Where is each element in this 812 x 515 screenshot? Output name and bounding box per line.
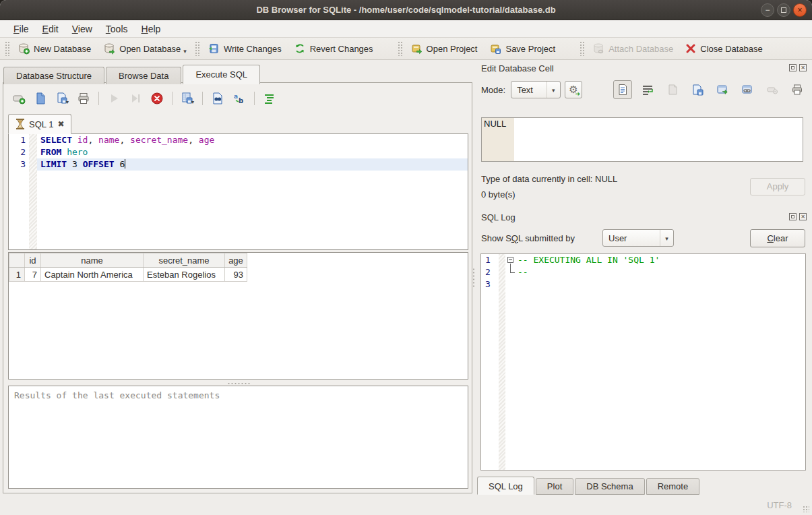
code-text: SELECT id, name, secret_name, age (37, 134, 468, 146)
sql-log-view[interactable]: 1-- EXECUTING ALL IN 'SQL 1'2--3 (480, 253, 806, 471)
menu-file[interactable]: File (7, 22, 36, 36)
toolbar-drag-handle[interactable] (398, 41, 402, 56)
float-panel-icon[interactable] (789, 64, 797, 71)
open-project-button[interactable]: Open Project (404, 40, 484, 57)
table-cell[interactable]: Captain North America (41, 268, 144, 282)
hourglass-icon (15, 119, 25, 129)
menu-edit[interactable]: Edit (36, 22, 65, 36)
close-database-icon (685, 43, 696, 54)
attach-database-icon (592, 42, 604, 55)
code-line[interactable]: 1SELECT id, name, secret_name, age (9, 134, 468, 146)
cell-type-info: Type of data currently in cell: NULL (481, 174, 617, 184)
code-text: LIMIT 3 OFFSET 6 (37, 158, 468, 171)
table-cell[interactable]: 7 (25, 268, 41, 282)
results-splitter[interactable] (8, 382, 468, 385)
table-cell[interactable]: Esteban Rogelios (144, 268, 225, 282)
log-line[interactable]: 3 (481, 278, 805, 291)
tab-plot[interactable]: Plot (536, 478, 573, 495)
clear-log-button[interactable]: Clear (750, 229, 805, 247)
find-button[interactable] (209, 90, 226, 107)
open-database-label: Open Database (119, 44, 181, 54)
tab-execute-sql[interactable]: Execute SQL (183, 65, 260, 84)
svg-text:b: b (239, 97, 243, 104)
log-filter-select[interactable]: User ▾ (602, 229, 674, 247)
close-button[interactable]: × (793, 3, 807, 17)
fold-collapse-icon[interactable] (507, 257, 513, 263)
close-panel-icon[interactable]: ✕ (799, 64, 807, 71)
sql-1-tab[interactable]: SQL 1 ✖ (8, 114, 71, 134)
auto-switch-mode-button[interactable]: ⚙ ➜ (565, 81, 582, 98)
write-changes-button[interactable]: Write Changes (201, 40, 288, 57)
float-panel-icon[interactable] (789, 213, 797, 220)
tab-browse-data[interactable]: Browse Data (106, 67, 181, 84)
save-sql-dropdown-caret[interactable]: ▾ (66, 99, 69, 105)
log-filter-label: Show SQL submitted by (481, 233, 575, 243)
tab-database-structure[interactable]: Database Structure (3, 67, 104, 84)
row-header[interactable]: 1 (9, 268, 25, 282)
open-sql-file-button[interactable] (32, 90, 49, 107)
code-line[interactable]: 2FROM hero (9, 146, 468, 158)
copy-link-button[interactable] (738, 80, 757, 99)
encoding-indicator[interactable]: UTF-8 (767, 500, 792, 510)
resize-grip[interactable] (803, 506, 809, 512)
print-sql-button[interactable] (75, 90, 92, 107)
menu-tools[interactable]: Tools (99, 22, 135, 36)
table-cell[interactable]: 93 (225, 268, 247, 282)
log-line[interactable]: 1-- EXECUTING ALL IN 'SQL 1' (481, 254, 805, 266)
toolbar-drag-handle[interactable] (5, 41, 9, 56)
autocomplete-button[interactable]: ab (230, 90, 248, 107)
open-database-button[interactable]: Open Database ▾ (97, 40, 193, 57)
open-database-icon (103, 42, 115, 55)
log-text (516, 278, 805, 291)
maximize-icon (781, 7, 786, 13)
open-in-external-button[interactable] (713, 80, 732, 99)
code-line[interactable]: 3LIMIT 3 OFFSET 6 (9, 158, 468, 171)
open-database-dropdown-caret[interactable]: ▾ (183, 48, 187, 55)
log-line[interactable]: 2-- (481, 266, 805, 278)
toolbar-drag-handle[interactable] (195, 41, 199, 56)
new-database-button[interactable]: New Database (11, 40, 97, 57)
save-sql-file-button[interactable]: ▾ (53, 90, 71, 107)
format-sql-button[interactable] (261, 90, 278, 107)
cell-value-editor[interactable]: NULL (481, 117, 803, 162)
results-message-pane[interactable]: Results of the last executed statements (8, 386, 468, 489)
close-sql-tab-icon[interactable]: ✖ (57, 119, 64, 129)
tab-remote[interactable]: Remote (646, 478, 700, 495)
menu-view[interactable]: View (65, 22, 99, 36)
sql-code-editor[interactable]: 1SELECT id, name, secret_name, age2FROM … (8, 133, 468, 250)
corner-header[interactable] (9, 253, 25, 268)
column-header[interactable]: name (41, 253, 144, 268)
minimize-button[interactable]: − (761, 3, 774, 17)
stop-execution-button[interactable] (148, 90, 166, 107)
table-row[interactable]: 17Captain North AmericaEsteban Rogelios9… (9, 268, 247, 282)
open-project-label: Open Project (427, 44, 478, 54)
close-panel-icon[interactable]: ✕ (799, 213, 807, 220)
save-results-dropdown-caret[interactable]: ▾ (191, 99, 194, 105)
line-number: 2 (9, 146, 29, 158)
open-sql-tab-button[interactable] (10, 90, 28, 107)
column-header[interactable]: id (25, 253, 41, 268)
execute-line-icon (129, 92, 142, 105)
fold-margin (499, 266, 505, 278)
sql-log-filter-row: Show SQL submitted by User ▾ Clear (481, 227, 807, 249)
word-wrap-button[interactable] (638, 80, 657, 99)
close-database-button[interactable]: Close Database (679, 40, 769, 57)
mode-select[interactable]: Text ▾ (511, 81, 561, 98)
save-results-button[interactable]: ▾ (179, 90, 196, 107)
export-cell-data-button[interactable] (688, 80, 707, 99)
tab-sql-log[interactable]: SQL Log (477, 477, 534, 495)
save-project-button[interactable]: Save Project (483, 40, 561, 57)
column-header[interactable]: age (225, 253, 247, 268)
text-document-icon (617, 84, 629, 96)
revert-changes-button[interactable]: Revert Changes (288, 40, 379, 57)
maximize-button[interactable] (777, 3, 790, 17)
line-number: 1 (481, 254, 499, 266)
text-mode-button[interactable] (613, 80, 632, 99)
tab-db-schema[interactable]: DB Schema (575, 478, 644, 495)
column-header[interactable]: secret_name (144, 253, 225, 268)
toolbar-drag-handle[interactable] (580, 41, 584, 56)
panel-splitter[interactable] (471, 60, 476, 495)
menu-help[interactable]: Help (135, 22, 168, 36)
print-cell-button[interactable] (788, 80, 807, 99)
results-grid[interactable]: idnamesecret_nameage17Captain North Amer… (8, 252, 468, 380)
